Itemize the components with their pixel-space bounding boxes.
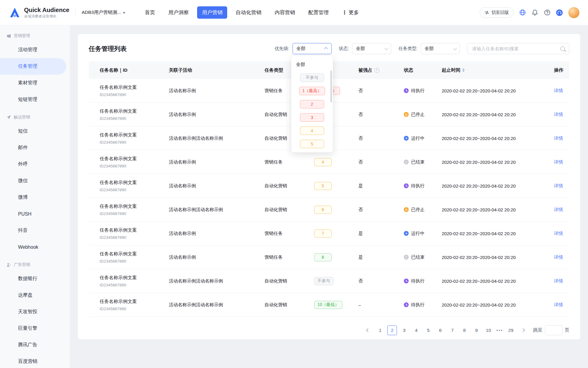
priority-option-不参与[interactable]: 不参与 xyxy=(291,71,333,84)
help-icon[interactable] xyxy=(543,9,551,16)
sidebar-item-素材管理[interactable]: 素材管理 xyxy=(0,75,70,91)
nav-item-配置管理[interactable]: ⋮ 配置管理 xyxy=(303,6,333,19)
sidebar-item-短链管理[interactable]: 短链管理 xyxy=(0,91,70,108)
next-page-button[interactable] xyxy=(518,326,528,335)
sidebar-item-任务管理[interactable]: 任务管理 xyxy=(0,58,66,75)
sidebar-item-数据银行[interactable]: 数据银行 xyxy=(0,270,70,287)
info-icon[interactable] xyxy=(374,68,379,73)
status-select-value: 全部 xyxy=(356,46,365,51)
page-3[interactable]: 3 xyxy=(399,326,409,335)
ad-icon xyxy=(7,263,11,267)
priority-option-全部[interactable]: 全部 xyxy=(291,58,333,71)
priority-tag: 6 xyxy=(314,206,332,214)
sidebar-item-天攻智投[interactable]: 天攻智投 xyxy=(0,304,70,320)
page-jump-input[interactable] xyxy=(545,325,562,335)
sidebar-item-Webhook[interactable]: Webhook xyxy=(0,239,70,255)
status-cell: 已结束 xyxy=(404,254,442,260)
sidebar-item-微信[interactable]: 微信 xyxy=(0,173,70,189)
sidebar-item-短信[interactable]: 短信 xyxy=(0,123,70,139)
page-10[interactable]: 10 xyxy=(484,326,493,335)
page-4[interactable]: 4 xyxy=(411,326,421,335)
campaign-cell: 活动名称示例 xyxy=(169,254,265,260)
chevron-down-icon xyxy=(384,46,388,50)
priority-select[interactable]: 全部 xyxy=(292,43,332,54)
page-7[interactable]: 7 xyxy=(447,326,457,335)
detail-link[interactable]: 详情 xyxy=(554,231,563,236)
sidebar-item-活动管理[interactable]: 活动管理 xyxy=(0,42,70,58)
table-row: 任务名称示例文案 ID2345667890 活动名称示例活动名称示例 自动化营销… xyxy=(89,198,569,222)
page-5[interactable]: 5 xyxy=(423,326,433,335)
last-page[interactable]: 29 xyxy=(506,326,516,335)
detail-link[interactable]: 详情 xyxy=(554,278,563,283)
scrollbar-thumb[interactable] xyxy=(330,70,332,102)
chevron-down-icon xyxy=(453,46,457,50)
sidebar-item-达摩盘[interactable]: 达摩盘 xyxy=(0,287,70,304)
task-type-select[interactable]: 全部 xyxy=(421,43,460,54)
page-2[interactable]: 2 xyxy=(387,326,397,335)
logo-mark-icon xyxy=(8,6,21,19)
detail-link[interactable]: 详情 xyxy=(554,112,563,117)
sidebar-item-外呼[interactable]: 外呼 xyxy=(0,156,70,173)
time-range-cell: 2020-02-02 20:20~2020-04-02 20:20 xyxy=(442,112,554,117)
search-icon[interactable] xyxy=(560,46,565,51)
search-input[interactable] xyxy=(472,46,558,51)
app-screen: Quick Audience 全域消费者运营增长 ADB3用户营销测... ▾ … xyxy=(0,0,588,368)
pagination-ellipsis[interactable]: ••• xyxy=(496,328,503,333)
task-name-cell: 任务名称示例文案 ID2345667890 xyxy=(89,298,169,311)
page-1[interactable]: 1 xyxy=(375,326,385,335)
sidebar-item-邮件[interactable]: 邮件 xyxy=(0,139,70,156)
status-cell: 已停止 xyxy=(404,112,442,117)
preempted-cell: – xyxy=(358,302,404,307)
nav-item-首页[interactable]: ⋮ 首页 xyxy=(140,6,160,19)
detail-link[interactable]: 详情 xyxy=(554,183,563,188)
table-row: 任务名称示例文案 ID2345667890 活动名称示例 营销任务 8 是 已结… xyxy=(89,245,569,269)
task-name: 任务名称示例文案 xyxy=(100,227,169,233)
sort-icon[interactable] xyxy=(462,68,465,72)
page-6[interactable]: 6 xyxy=(435,326,445,335)
globe-icon[interactable] xyxy=(519,9,526,16)
status-cell: 运行中 xyxy=(404,231,442,236)
nav-item-自动化营销[interactable]: ⋮ 自动化营销 xyxy=(231,6,266,19)
sidebar-item-PUSH[interactable]: PUSH xyxy=(0,206,70,222)
priority-option-1（最高）[interactable]: 1（最高） xyxy=(291,84,333,98)
detail-link[interactable]: 详情 xyxy=(554,88,563,93)
sidebar-item-巨量引擎[interactable]: 巨量引擎 xyxy=(0,320,70,337)
page-8[interactable]: 8 xyxy=(460,326,469,335)
status-label: 运行中 xyxy=(411,136,425,141)
play-icon xyxy=(404,136,409,141)
nav-item-更多[interactable]: ⋮ 更多 xyxy=(337,6,364,19)
task-type-cell: 营销任务 xyxy=(265,159,310,165)
app-title: Quick Audience xyxy=(24,7,69,13)
sidebar-item-微博[interactable]: 微博 xyxy=(0,189,70,206)
detail-link[interactable]: 详情 xyxy=(554,302,563,307)
priority-option-3[interactable]: 3 xyxy=(291,111,333,124)
sidebar-item-腾讯广告[interactable]: 腾讯广告 xyxy=(0,337,70,353)
priority-option-2[interactable]: 2 xyxy=(291,98,333,111)
project-selector[interactable]: ADB3用户营销测... ▾ xyxy=(82,9,125,16)
notification-bell-icon[interactable] xyxy=(531,9,538,16)
nav-item-内容营销[interactable]: ⋮ 内容营销 xyxy=(270,6,300,19)
sidebar-group-title: 营销管理 xyxy=(0,30,70,42)
logo[interactable]: Quick Audience 全域消费者运营增长 xyxy=(8,6,69,19)
sidebar-item-百度营销[interactable]: 百度营销 xyxy=(0,353,70,368)
detail-link[interactable]: 详情 xyxy=(554,136,563,141)
detail-link[interactable]: 详情 xyxy=(554,254,563,260)
customer-service-icon[interactable] xyxy=(556,9,563,16)
sidebar-item-抖音[interactable]: 抖音 xyxy=(0,222,70,239)
detail-link[interactable]: 详情 xyxy=(554,207,563,212)
card-header: 任务管理列表 优先级: 全部 全部 不参与 1（最高） xyxy=(78,34,580,61)
switch-old-version-button[interactable]: 切至旧版 xyxy=(480,7,514,18)
page-9[interactable]: 9 xyxy=(472,326,481,335)
status-cell: 待执行 xyxy=(404,302,442,308)
prev-page-button[interactable] xyxy=(363,326,373,335)
status-select[interactable]: 全部 xyxy=(352,43,391,54)
priority-option-5[interactable]: 5 xyxy=(291,137,333,151)
project-name: ADB3用户营销测... xyxy=(82,9,121,16)
task-type-cell: 自动化营销 xyxy=(265,278,310,284)
priority-option-4[interactable]: 4 xyxy=(291,124,333,137)
nav-item-用户洞察[interactable]: ⋮ 用户洞察 xyxy=(163,6,193,19)
avatar[interactable] xyxy=(568,7,580,18)
detail-link[interactable]: 详情 xyxy=(554,159,563,164)
nav-item-用户营销[interactable]: ⋮ 用户营销 xyxy=(197,6,227,19)
chevron-up-icon xyxy=(324,47,328,51)
